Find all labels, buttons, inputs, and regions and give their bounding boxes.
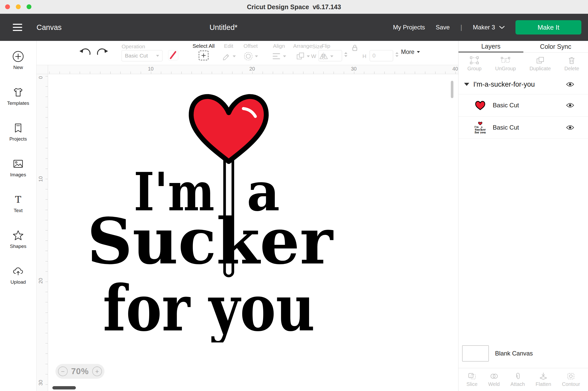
align-label: Align: [273, 43, 285, 49]
height-stepper[interactable]: [395, 52, 398, 57]
sidebar-item-templates[interactable]: Templates: [0, 78, 36, 114]
ruler-mark: 10: [148, 66, 154, 72]
more-button[interactable]: More: [401, 49, 420, 55]
delete-button[interactable]: Delete: [565, 56, 579, 72]
lock-icon[interactable]: [351, 44, 358, 52]
svg-text:T: T: [15, 194, 21, 205]
slice-icon: [468, 372, 476, 380]
width-label: W: [311, 53, 316, 59]
horizontal-scrollbar-thumb[interactable]: [52, 386, 76, 389]
document-title: Untitled*: [209, 14, 238, 41]
paperclip-icon: [513, 372, 522, 380]
design-text-for-you: for you: [103, 271, 315, 342]
duplicate-icon: [536, 56, 545, 64]
sidebar-item-shapes[interactable]: Shapes: [0, 221, 36, 257]
height-input[interactable]: 0: [370, 50, 393, 61]
group-icon: [470, 56, 479, 64]
sidebar-item-label: Projects: [9, 136, 27, 142]
chevron-down-icon: [283, 55, 286, 57]
width-stepper[interactable]: [344, 52, 347, 57]
offset-button[interactable]: Offset: [239, 43, 262, 62]
make-it-button[interactable]: Make It: [515, 20, 581, 34]
canvas-label[interactable]: Canvas: [37, 14, 62, 41]
heart-shape: [191, 97, 266, 162]
machine-name: Maker 3: [473, 24, 495, 31]
visibility-eye-icon[interactable]: [566, 82, 574, 87]
width-input[interactable]: 0: [319, 50, 342, 61]
redo-icon: [96, 47, 109, 58]
close-window-button[interactable]: [5, 4, 10, 9]
align-button[interactable]: Align: [267, 43, 291, 62]
zoom-control: − 70% +: [55, 364, 104, 379]
header-divider: |: [461, 24, 462, 31]
layer-thumbnail-text: I'm a Sucker for you: [473, 121, 487, 134]
duplicate-button[interactable]: Duplicate: [530, 56, 551, 72]
layer-row-text[interactable]: I'm a Sucker for you Basic Cut: [458, 116, 588, 139]
zoom-out-button[interactable]: −: [58, 366, 68, 376]
tshirt-icon: [12, 86, 24, 98]
blank-canvas-row[interactable]: Blank Canvas: [462, 344, 585, 363]
attach-button[interactable]: Attach: [510, 372, 525, 387]
tab-layers[interactable]: Layers: [458, 41, 523, 52]
group-label: Group: [467, 66, 482, 72]
align-icon: [272, 52, 281, 61]
design-canvas[interactable]: I'm a Sucker for you − 70% +: [48, 74, 458, 391]
minimize-window-button[interactable]: [16, 4, 21, 9]
pencil-icon: [222, 52, 231, 61]
save-link[interactable]: Save: [436, 24, 450, 31]
app-header: Canvas Untitled* My Projects Save | Make…: [0, 14, 588, 41]
visibility-eye-icon[interactable]: [566, 125, 574, 130]
edit-label: Edit: [224, 43, 233, 49]
select-all-button[interactable]: Select All: [189, 43, 219, 60]
tab-color-sync[interactable]: Color Sync: [523, 41, 588, 52]
undo-button[interactable]: [79, 47, 91, 59]
ruler-mark: 0: [38, 75, 44, 81]
group-button[interactable]: Group: [467, 56, 482, 72]
vertical-scrollbar-thumb[interactable]: [451, 81, 453, 98]
layer-row-heart[interactable]: Basic Cut: [458, 94, 588, 116]
ruler-mark: 40: [452, 66, 458, 72]
chevron-down-icon: [307, 55, 310, 57]
chevron-down-icon: [499, 26, 505, 29]
sidebar-item-new[interactable]: New: [0, 42, 36, 78]
fullscreen-window-button[interactable]: [27, 4, 31, 9]
horizontal-ruler: 10 20 30 40: [48, 65, 458, 74]
window-title: Cricut Design Space v6.17.143: [247, 3, 341, 10]
ungroup-button[interactable]: UnGroup: [495, 56, 516, 72]
weld-icon: [490, 372, 498, 380]
left-sidebar: New Templates Projects Images T Text Sha…: [0, 41, 37, 391]
slice-label: Slice: [466, 381, 477, 387]
sidebar-item-upload[interactable]: Upload: [0, 257, 36, 293]
sidebar-item-images[interactable]: Images: [0, 150, 36, 186]
zoom-in-button[interactable]: +: [92, 366, 102, 376]
disclosure-triangle-icon[interactable]: [464, 83, 469, 86]
hamburger-menu-icon[interactable]: [13, 22, 22, 32]
design-object-sucker-for-you[interactable]: I'm a Sucker for you: [84, 92, 336, 343]
contour-icon: [567, 372, 575, 380]
visibility-eye-icon[interactable]: [566, 102, 574, 108]
operation-dropdown[interactable]: Basic Cut: [122, 50, 162, 61]
undo-icon: [79, 47, 91, 58]
flatten-icon: [539, 372, 548, 380]
redo-button[interactable]: [96, 47, 109, 59]
my-projects-link[interactable]: My Projects: [393, 24, 425, 31]
layer-name: Basic Cut: [493, 102, 566, 109]
edit-button[interactable]: Edit: [217, 43, 240, 62]
layer-group-row[interactable]: I'm-a-sucker-for-you: [458, 75, 588, 94]
color-swatch[interactable]: [168, 50, 178, 60]
ruler-mark: 20: [38, 278, 44, 284]
sidebar-item-text[interactable]: T Text: [0, 186, 36, 221]
flatten-button[interactable]: Flatten: [536, 372, 551, 387]
weld-button[interactable]: Weld: [488, 372, 500, 387]
select-all-icon: [199, 51, 208, 60]
contour-button[interactable]: Contour: [562, 372, 580, 387]
ruler-mark: 10: [38, 176, 44, 182]
layers-panel: Layers Color Sync Group UnGroup: [458, 41, 588, 391]
offset-label: Offset: [243, 43, 258, 49]
layer-thumbnail-heart: [473, 98, 487, 112]
star-icon: [12, 229, 24, 241]
upload-cloud-icon: [12, 265, 24, 277]
machine-selector[interactable]: Maker 3: [473, 24, 505, 31]
sidebar-item-projects[interactable]: Projects: [0, 114, 36, 150]
slice-button[interactable]: Slice: [466, 372, 477, 387]
